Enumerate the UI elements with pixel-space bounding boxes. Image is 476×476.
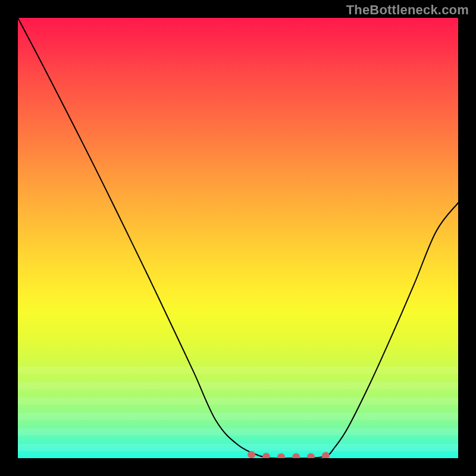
- flat-segment-highlight: [251, 447, 335, 457]
- chart-frame: TheBottleneck.com: [0, 0, 476, 476]
- attribution-text: TheBottleneck.com: [346, 2, 469, 18]
- curve-layer: [18, 18, 458, 458]
- v-curve: [18, 18, 458, 458]
- plot-area: [18, 18, 458, 458]
